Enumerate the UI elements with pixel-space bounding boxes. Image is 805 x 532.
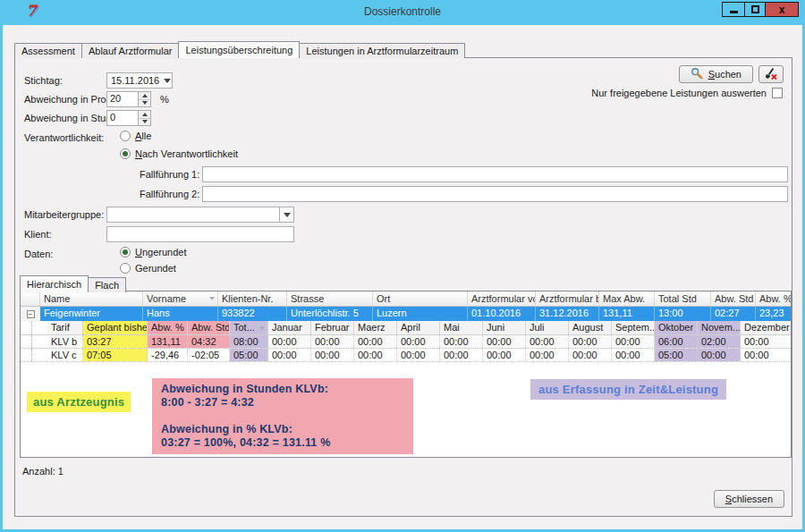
cell-abw-std[interactable]: 04:32 — [188, 335, 230, 348]
subtab-flach[interactable]: Flach — [88, 277, 126, 292]
cell-juni[interactable]: 00:00 — [483, 349, 526, 361]
fallfuehrung2-input[interactable] — [202, 186, 788, 202]
subgrid-header-dezember[interactable]: Dezember — [741, 321, 791, 334]
cell-tarif[interactable]: KLV c — [47, 349, 83, 361]
radio-ungerundet[interactable]: Ungerundet — [120, 247, 187, 258]
suchen-button[interactable]: Suchen — [679, 65, 753, 83]
cell-november[interactable]: 00:00 — [698, 349, 741, 361]
grid-header-vorname[interactable]: Vorname — [143, 291, 218, 306]
tab-ablauf-arztformular[interactable]: Ablauf Arztformular — [81, 43, 180, 58]
cell-tarif[interactable]: KLV b — [47, 335, 83, 348]
cell-name[interactable]: Feigenwinter — [40, 307, 143, 321]
grid-header-max-abw[interactable]: Max Abw. — [599, 291, 655, 306]
grid-header-arztformular-bis[interactable]: Arztformular bis — [536, 291, 599, 306]
subgrid-header-maerz[interactable]: Maerz — [354, 321, 397, 334]
mitarbeitergruppe-select[interactable] — [106, 207, 294, 223]
cell-juli[interactable]: 00:00 — [526, 335, 569, 348]
subgrid-header-september[interactable]: Septem... — [612, 321, 655, 334]
cell-juni[interactable]: 00:00 — [483, 335, 526, 348]
subgrid-header-januar[interactable]: Januar — [268, 321, 311, 334]
subgrid-row-klvc[interactable]: KLV c 07:05 -29,46 -02:05 05:00 00:00 00… — [21, 349, 791, 362]
tab-assessment[interactable]: Assessment — [14, 43, 82, 58]
radio-ungerundet-circle[interactable] — [120, 247, 131, 258]
subgrid-header-abw-std[interactable]: Abw. Std — [188, 321, 230, 334]
cell-dezember[interactable]: 00:00 — [741, 335, 791, 348]
subgrid-header-total[interactable]: Tot... — [230, 321, 268, 334]
cell-total-std[interactable]: 13:00 — [655, 307, 711, 321]
prozent-stepper[interactable]: 20 — [106, 91, 151, 107]
cell-abw-pct[interactable]: 23,23 — [756, 307, 791, 321]
cell-mai[interactable]: 00:00 — [440, 335, 483, 348]
grid-header-abw-pct[interactable]: Abw. % — [756, 291, 791, 306]
cell-august[interactable]: 00:00 — [569, 335, 612, 348]
grid-header-abw-std[interactable]: Abw. Std — [711, 291, 756, 306]
maximize-button[interactable] — [744, 2, 766, 17]
cell-april[interactable]: 00:00 — [397, 349, 440, 361]
cell-arztformular-von[interactable]: 01.10.2016 — [468, 307, 536, 321]
cell-abw-std[interactable]: -02:05 — [188, 349, 230, 361]
minimize-button[interactable] — [722, 2, 745, 17]
stichtag-datepicker[interactable]: 15.11.2016 — [106, 72, 173, 89]
subgrid-row-klvb[interactable]: KLV b 03:27 131,11 04:32 08:00 00:00 00:… — [21, 335, 791, 349]
cell-november[interactable]: 02:00 — [698, 335, 741, 348]
radio-nach-circle[interactable] — [120, 148, 131, 159]
cell-abw-std[interactable]: 02:27 — [711, 307, 756, 321]
cell-januar[interactable]: 00:00 — [268, 349, 311, 361]
cell-dezember[interactable]: 00:00 — [741, 349, 791, 361]
subgrid-header-juli[interactable]: Juli — [526, 321, 569, 334]
cell-oktober[interactable]: 06:00 — [655, 335, 698, 348]
schliessen-button[interactable]: Schliessen — [714, 490, 784, 508]
radio-nach-verantwortlichkeit[interactable]: Nach Verantwortlichkeit — [120, 148, 238, 159]
cell-september[interactable]: 00:00 — [612, 349, 655, 361]
stunden-up-button[interactable] — [139, 111, 150, 119]
freigegebene-checkbox[interactable] — [772, 88, 783, 98]
clear-filter-button[interactable] — [758, 65, 784, 83]
cell-juli[interactable]: 00:00 — [526, 349, 569, 361]
subgrid-header-tarif[interactable]: Tarif — [47, 321, 83, 334]
prozent-up-button[interactable] — [139, 92, 150, 100]
fallfuehrung1-input[interactable] — [202, 166, 788, 182]
klient-input[interactable] — [106, 226, 294, 242]
grid-header-ort[interactable]: Ort — [373, 291, 468, 306]
tab-leistungsueberschreitung[interactable]: Leistungsüberschreitung — [178, 41, 300, 58]
chevron-down-icon[interactable] — [163, 79, 172, 83]
cell-geplant-bisher[interactable]: 03:27 — [83, 335, 148, 348]
cell-april[interactable]: 00:00 — [397, 335, 440, 348]
cell-vorname[interactable]: Hans — [143, 307, 218, 321]
cell-maerz[interactable]: 00:00 — [354, 335, 397, 348]
prozent-down-button[interactable] — [139, 100, 150, 107]
cell-august[interactable]: 00:00 — [569, 349, 612, 361]
cell-total[interactable]: 08:00 — [230, 335, 268, 348]
chevron-down-icon[interactable] — [279, 207, 293, 222]
subgrid-header-april[interactable]: April — [397, 321, 440, 334]
radio-alle[interactable]: Alle — [120, 131, 151, 141]
cell-abw-pct[interactable]: -29,46 — [148, 349, 188, 361]
titlebar[interactable]: 7 Dossierkontrolle x — [3, 0, 802, 25]
subtab-hierarchisch[interactable]: Hierarchisch — [20, 275, 89, 292]
grid-header-klienten-nr[interactable]: Klienten-Nr. — [218, 291, 287, 306]
subgrid-header-februar[interactable]: Februar — [311, 321, 354, 334]
subgrid-header-oktober[interactable]: Oktober — [655, 321, 698, 334]
cell-februar[interactable]: 00:00 — [311, 335, 354, 348]
grid-header-arztformular-von[interactable]: Arztformular von — [468, 291, 536, 306]
tab-leistungen-in-arztformularzeitraum[interactable]: Leistungen in Arztformularzeitraum — [299, 43, 465, 58]
cell-geplant-bisher[interactable]: 07:05 — [83, 349, 148, 361]
cell-max-abw[interactable]: 131,11 — [599, 307, 655, 321]
cell-oktober[interactable]: 05:00 — [655, 349, 698, 361]
cell-klienten-nr[interactable]: 933822 — [218, 307, 287, 321]
subgrid-header-juni[interactable]: Juni — [483, 321, 526, 334]
close-button[interactable]: x — [765, 2, 799, 17]
stunden-down-button[interactable] — [139, 119, 150, 126]
stunden-stepper[interactable]: 0 — [106, 110, 151, 126]
subgrid-header-august[interactable]: August — [569, 321, 612, 334]
radio-gerundet[interactable]: Gerundet — [120, 263, 176, 274]
cell-strasse[interactable]: Unterlöchlistr. 5 — [287, 307, 373, 321]
cell-arztformular-bis[interactable]: 31.12.2016 — [536, 307, 599, 321]
grid-header-name[interactable]: Name — [40, 291, 143, 306]
cell-abw-pct[interactable]: 131,11 — [148, 335, 188, 348]
subgrid-header-geplant-bisher[interactable]: Geplant bisher — [83, 321, 148, 334]
radio-gerundet-circle[interactable] — [120, 263, 131, 274]
subgrid-header-november[interactable]: Novem... — [698, 321, 741, 334]
cell-januar[interactable]: 00:00 — [268, 335, 311, 348]
subgrid-header-mai[interactable]: Mai — [440, 321, 483, 334]
